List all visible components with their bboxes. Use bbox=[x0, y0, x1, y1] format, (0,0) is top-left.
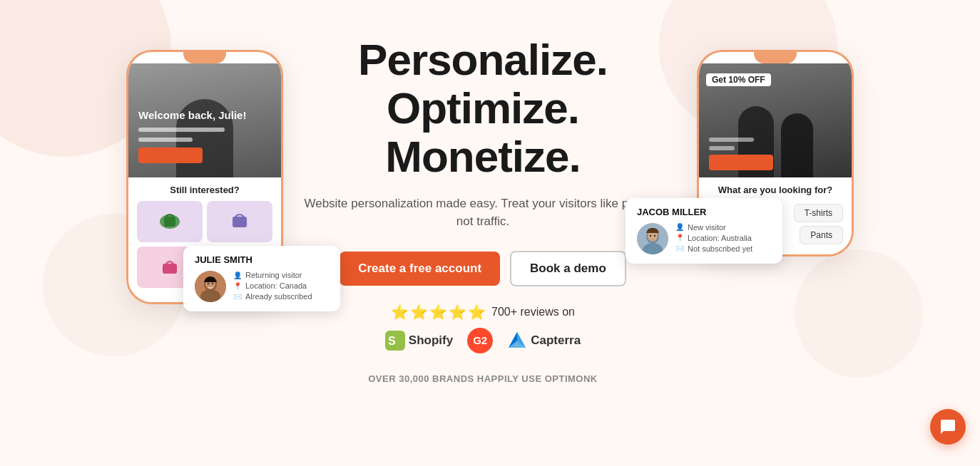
left-user-card: JULIE SMITH bbox=[183, 246, 340, 311]
subheadline: Website personalization made easy. Treat… bbox=[297, 195, 668, 231]
capterra-icon bbox=[507, 331, 527, 351]
cta-row: Create a free account Book a demo bbox=[340, 251, 626, 286]
svg-rect-3 bbox=[163, 264, 177, 274]
right-subscription-row: ✉️ Not subscribed yet bbox=[675, 244, 771, 253]
left-location-row: 📍 Location: Canada bbox=[233, 281, 329, 290]
center-column: Personalize. Optimize. Monetize. Website… bbox=[297, 21, 668, 384]
brand-count: OVER 30,000 BRANDS HAPPILY USE OPTIMONK bbox=[368, 373, 597, 384]
left-phone-wrapper: Welcome back, Julie! Still interested? bbox=[126, 50, 283, 304]
option-tshirts[interactable]: T-shirts bbox=[794, 204, 843, 222]
shopify-logo: S Shopify bbox=[385, 331, 453, 351]
phone-btn-small bbox=[138, 147, 203, 163]
left-user-card-body: 👤 Returning visitor 📍 Location: Canada ✉… bbox=[195, 271, 329, 303]
right-phone-section: Get 10% OFF What are you looking for? T-… bbox=[683, 21, 854, 257]
page-wrapper: Welcome back, Julie! Still interested? bbox=[0, 0, 980, 384]
headline-line1: Personalize. Optimize. bbox=[358, 35, 608, 133]
discount-badge: Get 10% OFF bbox=[706, 73, 771, 86]
left-subscription-row: ✉️ Already subscribed bbox=[233, 292, 329, 301]
product-card-2 bbox=[207, 201, 272, 242]
left-subscription: Already subscribed bbox=[245, 292, 312, 301]
right-person-icon: 👤 bbox=[675, 223, 684, 231]
svg-rect-1 bbox=[164, 217, 175, 227]
svg-point-8 bbox=[208, 283, 209, 284]
right-visitor-type: New visitor bbox=[688, 223, 726, 232]
mail-icon: ✉️ bbox=[233, 293, 242, 301]
chat-icon bbox=[939, 418, 956, 435]
review-count-text: 700+ reviews on bbox=[491, 306, 575, 319]
right-location: Location: Australia bbox=[688, 234, 752, 242]
right-user-details: 👤 New visitor 📍 Location: Australia ✉️ N… bbox=[675, 223, 771, 255]
g2-badge: G2 bbox=[467, 328, 493, 353]
right-user-name: JACOB MILLER bbox=[637, 207, 771, 217]
shopify-icon: S bbox=[385, 331, 405, 351]
left-phone-overlay: Welcome back, Julie! bbox=[138, 109, 246, 163]
right-phone-notch bbox=[754, 52, 797, 63]
svg-point-9 bbox=[212, 283, 213, 284]
platforms-row: S Shopify G2 Capterra bbox=[385, 328, 581, 353]
left-location: Location: Canada bbox=[245, 281, 307, 290]
option-pants[interactable]: Pants bbox=[800, 226, 843, 244]
left-phone-section-title: Still interested? bbox=[137, 185, 272, 195]
left-user-name: JULIE SMITH bbox=[195, 254, 329, 265]
svg-point-20 bbox=[654, 235, 655, 237]
right-location-icon: 📍 bbox=[675, 234, 684, 242]
phone-bar-1 bbox=[138, 128, 225, 132]
phone-bar-2 bbox=[138, 138, 193, 142]
right-user-card: JACOB MILLER bbox=[626, 198, 782, 264]
capterra-logo: Capterra bbox=[507, 331, 581, 351]
right-visitor-type-row: 👤 New visitor bbox=[675, 223, 771, 232]
left-phone-section: Welcome back, Julie! Still interested? bbox=[126, 21, 283, 304]
shopify-label: Shopify bbox=[409, 333, 453, 348]
capterra-label: Capterra bbox=[531, 333, 581, 348]
right-phone-btn bbox=[709, 155, 773, 170]
product-card-1 bbox=[137, 201, 203, 242]
book-demo-button[interactable]: Book a demo bbox=[510, 251, 626, 286]
right-user-card-body: 👤 New visitor 📍 Location: Australia ✉️ N… bbox=[637, 223, 771, 255]
left-visitor-type-row: 👤 Returning visitor bbox=[233, 271, 329, 279]
reviews-row: ⭐⭐⭐⭐⭐ 700+ reviews on bbox=[391, 304, 575, 321]
left-phone-screen-top: Welcome back, Julie! bbox=[128, 63, 281, 177]
left-user-avatar bbox=[195, 271, 226, 302]
svg-rect-2 bbox=[233, 217, 247, 227]
create-account-button[interactable]: Create a free account bbox=[340, 252, 500, 286]
right-subscription: Not subscribed yet bbox=[688, 244, 752, 253]
right-phone-bar-1 bbox=[709, 138, 754, 142]
right-mail-icon: ✉️ bbox=[675, 244, 684, 252]
star-rating: ⭐⭐⭐⭐⭐ bbox=[391, 304, 487, 321]
left-visitor-type: Returning visitor bbox=[245, 271, 302, 279]
right-phone-wrapper: Get 10% OFF What are you looking for? T-… bbox=[683, 50, 854, 257]
right-location-row: 📍 Location: Australia bbox=[675, 234, 771, 242]
page-headline: Personalize. Optimize. Monetize. bbox=[297, 36, 668, 182]
left-phone-text: Welcome back, Julie! bbox=[138, 109, 246, 122]
phone-notch bbox=[183, 52, 226, 63]
phone-question: What are you looking for? bbox=[708, 185, 843, 197]
location-icon: 📍 bbox=[233, 282, 242, 290]
svg-point-19 bbox=[650, 235, 651, 237]
right-phone-bar-2 bbox=[709, 146, 735, 150]
left-user-details: 👤 Returning visitor 📍 Location: Canada ✉… bbox=[233, 271, 329, 303]
right-user-avatar bbox=[637, 223, 668, 254]
headline-line2: Monetize. bbox=[385, 132, 580, 181]
person-icon: 👤 bbox=[233, 271, 242, 279]
svg-text:S: S bbox=[388, 335, 396, 347]
right-phone-screen-top: Get 10% OFF bbox=[699, 63, 852, 177]
chat-bubble-button[interactable] bbox=[930, 409, 966, 445]
